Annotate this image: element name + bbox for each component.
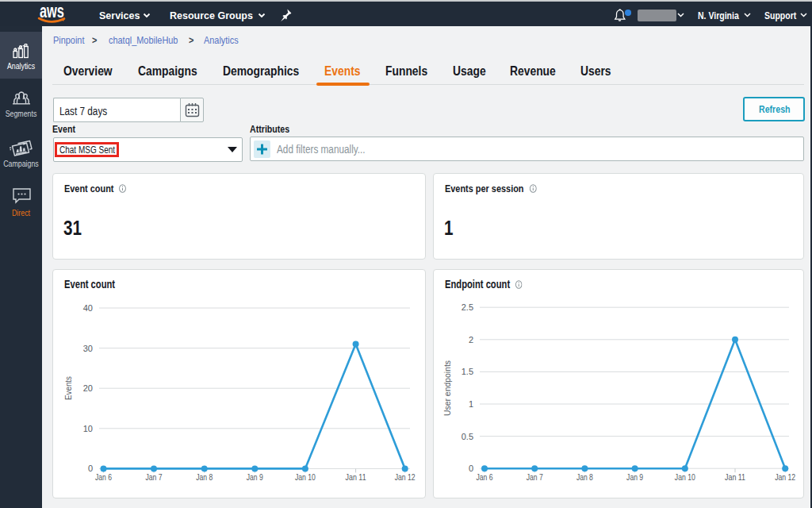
svg-text:10: 10: [83, 424, 93, 433]
svg-text:1.5: 1.5: [462, 367, 473, 376]
svg-text:Events: Events: [63, 376, 73, 400]
svg-text:Jan 7: Jan 7: [146, 472, 163, 482]
svg-text:30: 30: [83, 344, 93, 353]
svg-text:Jan 9: Jan 9: [247, 472, 263, 482]
svg-text:Jan 6: Jan 6: [477, 472, 493, 482]
svg-text:0: 0: [88, 464, 93, 473]
svg-text:Jan 12: Jan 12: [395, 472, 416, 482]
svg-text:Jan 10: Jan 10: [675, 472, 695, 482]
svg-text:2: 2: [469, 335, 473, 344]
svg-text:2.5: 2.5: [462, 302, 473, 312]
svg-text:Jan 8: Jan 8: [196, 472, 213, 482]
svg-text:Jan 7: Jan 7: [527, 472, 543, 482]
svg-text:20: 20: [83, 383, 93, 393]
svg-text:Jan 11: Jan 11: [725, 472, 745, 482]
svg-text:40: 40: [83, 303, 93, 313]
svg-text:0: 0: [469, 464, 473, 473]
svg-text:1: 1: [469, 399, 473, 409]
svg-text:Jan 11: Jan 11: [346, 472, 366, 482]
svg-text:Jan 9: Jan 9: [626, 472, 643, 482]
svg-text:User endpoints: User endpoints: [442, 360, 452, 416]
svg-text:Jan 10: Jan 10: [295, 472, 316, 482]
svg-text:Jan 6: Jan 6: [95, 472, 112, 482]
svg-text:aws: aws: [40, 2, 64, 21]
svg-text:0.5: 0.5: [462, 432, 473, 441]
svg-text:Jan 12: Jan 12: [775, 472, 795, 482]
svg-text:Jan 8: Jan 8: [576, 472, 593, 482]
